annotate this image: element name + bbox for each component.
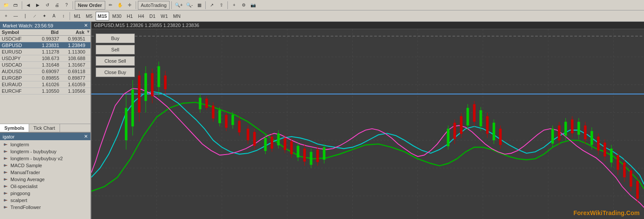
market-watch-row[interactable]: EURAUD 1.61026 1.61059 (0, 81, 90, 88)
vline-btn[interactable]: | (21, 12, 30, 20)
cursor-btn[interactable]: + (2, 12, 10, 20)
tf-mn[interactable]: MN (171, 12, 183, 20)
auto-trade-btn[interactable]: AutoTrading (138, 1, 170, 10)
help-btn[interactable]: ? (62, 1, 71, 10)
trendline-btn[interactable]: ⟋ (30, 12, 39, 20)
mw-ask: 1.31667 (61, 62, 87, 68)
chart-canvas[interactable]: Buy Sell Close Sell Close Buy ForexWikiT… (91, 29, 644, 219)
indicator-btn[interactable]: + (230, 1, 238, 10)
fib-btn[interactable]: ✦ (40, 12, 49, 20)
svg-rect-113 (571, 119, 574, 133)
settings-btn[interactable]: ⚙ (239, 1, 248, 10)
market-watch-row[interactable]: USDCHF 0.99337 0.99351 (0, 36, 90, 42)
mw-bid: 0.99337 (35, 36, 61, 42)
refresh-btn[interactable]: ↺ (43, 1, 52, 10)
svg-rect-55 (212, 105, 214, 118)
tf-m1[interactable]: M1 (72, 12, 83, 20)
navigator-item[interactable]: Moving Average (0, 176, 90, 183)
zoom-out-btn[interactable]: 🔍- (185, 1, 194, 10)
svg-rect-7 (3, 165, 7, 166)
nav-item-label: Moving Average (10, 177, 45, 182)
tf-m15[interactable]: M15 (96, 12, 109, 20)
sep6 (227, 1, 228, 9)
hand-btn[interactable]: ✋ (116, 1, 124, 10)
left-panel: Market Watch: 23:56:59 ✕ Symbol Bid Ask … (0, 22, 91, 219)
tf-m30[interactable]: M30 (110, 12, 123, 20)
tf-h1[interactable]: H1 (124, 12, 135, 20)
svg-rect-95 (467, 108, 469, 125)
market-watch-table: Symbol Bid Ask ▼ USDCHF 0.99337 0.99351 … (0, 29, 90, 124)
market-watch-row[interactable]: EURGBP 0.89855 0.89877 (0, 75, 90, 81)
new-order-btn[interactable]: New Order (75, 1, 105, 10)
market-watch-row[interactable]: EURCHF 1.10550 1.10566 (0, 88, 90, 94)
chart-view-btn[interactable]: ▦ (195, 1, 204, 10)
tf-w1[interactable]: W1 (159, 12, 170, 20)
svg-rect-127 (617, 155, 619, 170)
tab-symbols[interactable]: Symbols (0, 124, 29, 132)
market-watch-row[interactable]: EURUSD 1.11278 1.11300 (0, 49, 90, 55)
svg-rect-83 (310, 152, 312, 165)
back-btn[interactable]: ◀ (24, 1, 33, 10)
forward-btn[interactable]: ▶ (33, 1, 42, 10)
main-container: Market Watch: 23:56:59 ✕ Symbol Bid Ask … (0, 22, 644, 219)
pencil-btn[interactable]: ✏ (106, 1, 115, 10)
svg-rect-81 (303, 148, 306, 162)
svg-rect-97 (473, 104, 476, 121)
crosshair-btn[interactable]: ✛ (125, 1, 134, 10)
mw-symbol: EURGBP (0, 75, 35, 81)
mw-symbol: AUDUSD (0, 68, 35, 74)
market-watch-row[interactable]: GBPUSD 1.23831 1.23849 (0, 42, 90, 49)
nav-item-icon (3, 204, 9, 210)
svg-rect-99 (480, 110, 482, 126)
arrow-btn[interactable]: ↕ (59, 12, 68, 20)
sell-button[interactable]: Sell (96, 45, 135, 54)
svg-rect-5 (3, 158, 7, 159)
svg-rect-59 (225, 115, 227, 128)
market-watch-row[interactable]: USDCAD 1.31648 1.31667 (0, 62, 90, 68)
svg-rect-75 (284, 138, 286, 150)
market-watch-row[interactable]: AUDUSD 0.69097 0.69118 (0, 68, 90, 75)
col-bid: Bid (34, 29, 60, 35)
graph2-btn[interactable]: ⇧ (217, 1, 226, 10)
mw-symbol: EURUSD (0, 49, 35, 55)
navigator-item[interactable]: Oil-specialist (0, 183, 90, 190)
mw-header-row: Symbol Bid Ask ▼ (0, 29, 90, 36)
svg-rect-45 (151, 73, 153, 96)
graph-btn[interactable]: ↗ (207, 1, 216, 10)
text-btn[interactable]: A (50, 12, 58, 20)
mw-ask: 0.99351 (61, 36, 87, 42)
tab-tick-chart[interactable]: Tick Chart (29, 124, 60, 132)
navigator-item[interactable]: MACD Sample (0, 162, 90, 169)
close-buy-button[interactable]: Close Buy (96, 67, 135, 77)
file-menu-btn[interactable]: 📁 (2, 1, 10, 10)
svg-rect-101 (486, 116, 489, 134)
screenshot-btn[interactable]: 📷 (249, 1, 257, 10)
scroll-arrow: ▼ (86, 29, 90, 35)
navigator-header: igator ✕ (0, 133, 90, 140)
svg-rect-103 (493, 123, 495, 140)
navigator-item[interactable]: TrendFollower (0, 204, 90, 211)
tf-d1[interactable]: D1 (147, 12, 158, 20)
navigator-close-icon[interactable]: ✕ (84, 134, 88, 139)
tf-m5[interactable]: M5 (83, 12, 94, 20)
tf-h4[interactable]: H4 (136, 12, 146, 20)
new-chart-btn[interactable]: 🗃 (11, 1, 20, 10)
navigator-item[interactable]: pingpong (0, 190, 90, 197)
navigator-item[interactable]: longterm - buybuybuy v2 (0, 155, 90, 162)
navigator-item[interactable]: scalpert (0, 197, 90, 204)
mw-ask: 1.61059 (61, 81, 87, 88)
market-watch-close-icon[interactable]: ✕ (84, 23, 88, 28)
print-btn[interactable]: 🖨 (53, 1, 61, 10)
navigator-item[interactable]: longterm (0, 141, 90, 148)
chart-svg (91, 29, 644, 219)
nav-item-label: MACD Sample (10, 163, 42, 168)
svg-rect-37 (125, 108, 127, 140)
buy-button[interactable]: Buy (96, 34, 135, 43)
hline-btn[interactable]: — (11, 12, 20, 20)
navigator-item[interactable]: ManualTrader (0, 169, 90, 176)
market-watch-row[interactable]: USDJPY 108.673 108.688 (0, 55, 90, 62)
mw-symbol: GBPUSD (0, 42, 35, 48)
zoom-in-btn[interactable]: 🔍+ (174, 1, 184, 10)
close-sell-button[interactable]: Close Sell (96, 56, 135, 66)
navigator-item[interactable]: longterm - buybuybuy (0, 148, 90, 155)
